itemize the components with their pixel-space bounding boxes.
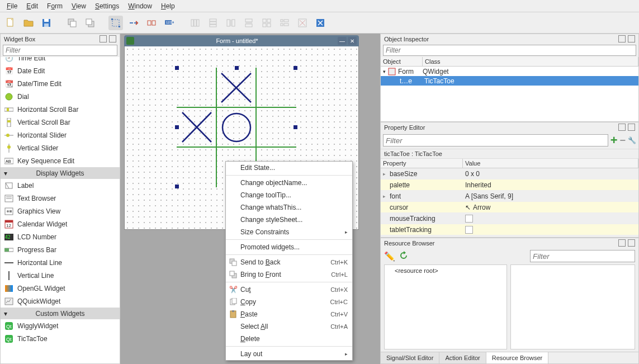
open-file-icon[interactable]	[21, 16, 36, 30]
object-row-form[interactable]: ▾FormQWidget	[381, 67, 638, 76]
svg-rect-41	[7, 108, 9, 111]
dock-close-icon[interactable]	[109, 35, 116, 42]
resize-handle[interactable]	[175, 185, 179, 188]
ctx-cut[interactable]: ✂️CutCtrl+X	[226, 283, 352, 296]
property-row[interactable]: mouseTracking	[381, 213, 638, 224]
send-back-icon[interactable]	[65, 16, 79, 30]
layout-grid-icon	[259, 16, 274, 30]
reload-icon[interactable]	[399, 250, 409, 262]
ctx-size-constraints[interactable]: Size Constraints▸	[226, 226, 352, 238]
ctx-paste[interactable]: PasteCtrl+V	[226, 308, 352, 320]
edit-resources-icon[interactable]: ✏️	[384, 251, 395, 262]
dock-float-icon[interactable]	[618, 35, 626, 42]
svg-rect-50	[6, 183, 12, 188]
svg-rect-3	[44, 23, 49, 27]
ctx-select-all[interactable]: Select AllCtrl+A	[226, 320, 352, 333]
settings-icon[interactable]: 🔧	[628, 136, 636, 144]
resize-handle[interactable]	[294, 66, 297, 70]
property-row[interactable]: paletteInherited	[381, 179, 638, 191]
edit-signals-icon[interactable]	[126, 16, 141, 30]
svg-text:AB: AB	[6, 159, 11, 163]
resource-preview[interactable]	[510, 264, 635, 349]
svg-rect-27	[263, 19, 266, 22]
svg-rect-24	[245, 19, 252, 22]
dock-float-icon[interactable]	[618, 239, 626, 247]
resource-tree[interactable]: <resource root>	[384, 264, 507, 349]
property-row[interactable]: ▸baseSize0 x 0	[381, 168, 638, 179]
menu-edit[interactable]: Edit	[23, 1, 41, 11]
tab-resource-browser[interactable]: Resource Browser	[486, 352, 548, 363]
object-inspector-filter[interactable]	[383, 45, 636, 56]
ctx-change-tooltip[interactable]: Change toolTip...	[226, 189, 352, 201]
resize-handle[interactable]	[175, 125, 179, 129]
svg-rect-64	[4, 248, 9, 252]
svg-rect-28	[267, 19, 271, 22]
ctx-copy[interactable]: CopyCtrl+C	[226, 296, 352, 308]
resize-handle[interactable]	[175, 66, 179, 70]
dock-close-icon[interactable]	[628, 35, 635, 42]
dock-float-icon[interactable]	[100, 35, 107, 42]
widget-box-filter[interactable]	[3, 45, 117, 56]
svg-rect-15	[191, 20, 193, 26]
svg-rect-11	[148, 21, 151, 25]
dock-close-icon[interactable]	[628, 239, 635, 247]
bring-front-icon[interactable]	[83, 16, 97, 30]
svg-rect-8	[112, 20, 119, 26]
object-tree[interactable]: ▾FormQWidget t…eTicTacToe	[381, 67, 638, 121]
save-file-icon[interactable]	[39, 16, 54, 30]
menu-help[interactable]: Help	[158, 1, 178, 11]
layout-form-icon	[277, 16, 292, 30]
adjust-size-icon[interactable]	[313, 16, 328, 30]
menu-view[interactable]: View	[68, 1, 89, 11]
form-icon	[126, 37, 134, 45]
form-minimize-icon[interactable]: —	[338, 37, 347, 45]
section-display-widgets[interactable]: ▾Display Widgets	[1, 167, 120, 179]
edit-tab-order-icon[interactable]: 123	[162, 16, 177, 30]
resize-handle[interactable]	[235, 66, 239, 70]
svg-point-39	[6, 93, 12, 100]
svg-rect-29	[263, 23, 266, 27]
section-custom-widgets[interactable]: ▾Custom Widgets	[1, 308, 120, 319]
resize-handle[interactable]	[294, 125, 297, 129]
add-property-icon[interactable]: +	[610, 133, 618, 148]
tab-action-editor[interactable]: Action Editor	[439, 352, 486, 363]
svg-text:42: 42	[5, 235, 11, 240]
ctx-bring-to-front[interactable]: Bring to FrontCtrl+L	[226, 268, 352, 281]
toolbar: 123	[0, 12, 639, 34]
widget-list[interactable]: 🕘Time Edit 📅Date Edit 📆Date/Time Edit Di…	[1, 57, 120, 363]
edit-buddies-icon[interactable]	[144, 16, 159, 30]
property-list[interactable]: ▸baseSize0 x 0paletteInherited▸fontA [Sa…	[381, 168, 638, 235]
svg-rect-22	[232, 20, 235, 26]
menu-file[interactable]: File	[3, 1, 21, 11]
dock-float-icon[interactable]	[618, 124, 626, 131]
svg-point-56	[7, 210, 9, 212]
menu-settings[interactable]: Settings	[92, 1, 122, 11]
remove-property-icon[interactable]: −	[619, 135, 626, 146]
resource-filter[interactable]	[530, 250, 635, 262]
new-file-icon[interactable]	[3, 16, 18, 30]
svg-rect-83	[232, 261, 236, 266]
form-design-area[interactable]: Form - untitled* — ✕	[120, 34, 380, 364]
property-filter[interactable]	[383, 134, 608, 146]
ctx-change-stylesheet[interactable]: Change styleSheet...	[226, 214, 352, 226]
property-row[interactable]: cursor↖Arrow	[381, 202, 638, 213]
ctx-layout[interactable]: Lay out▸	[226, 348, 352, 360]
widget-box-dock: Widget Box 🕘Time Edit 📅Date Edit 📆Date/T…	[0, 34, 120, 364]
ctx-send-to-back[interactable]: Send to BackCtrl+K	[226, 256, 352, 268]
ctx-change-whatsthis[interactable]: Change whatsThis...	[226, 201, 352, 214]
svg-text:Qt: Qt	[6, 337, 12, 342]
menu-form[interactable]: Form	[44, 1, 66, 11]
svg-text:Qt: Qt	[6, 324, 12, 329]
menu-window[interactable]: Window	[125, 1, 155, 11]
ctx-promoted-widgets[interactable]: Promoted widgets...	[226, 241, 352, 253]
property-row[interactable]: ▸fontA [Sans Serif, 9]	[381, 191, 638, 202]
ctx-delete[interactable]: Delete	[226, 333, 352, 345]
property-row[interactable]: tabletTracking	[381, 224, 638, 235]
dock-close-icon[interactable]	[628, 124, 635, 131]
tab-signal-slot[interactable]: Signal/Slot Editor	[381, 352, 439, 363]
object-row-tictactoe[interactable]: t…eTicTacToe	[381, 76, 638, 86]
edit-widgets-icon[interactable]	[108, 16, 123, 30]
ctx-change-objectname[interactable]: Change objectName...	[226, 177, 352, 189]
ctx-edit-state[interactable]: Edit State...	[226, 162, 352, 174]
form-close-icon[interactable]: ✕	[348, 37, 357, 45]
